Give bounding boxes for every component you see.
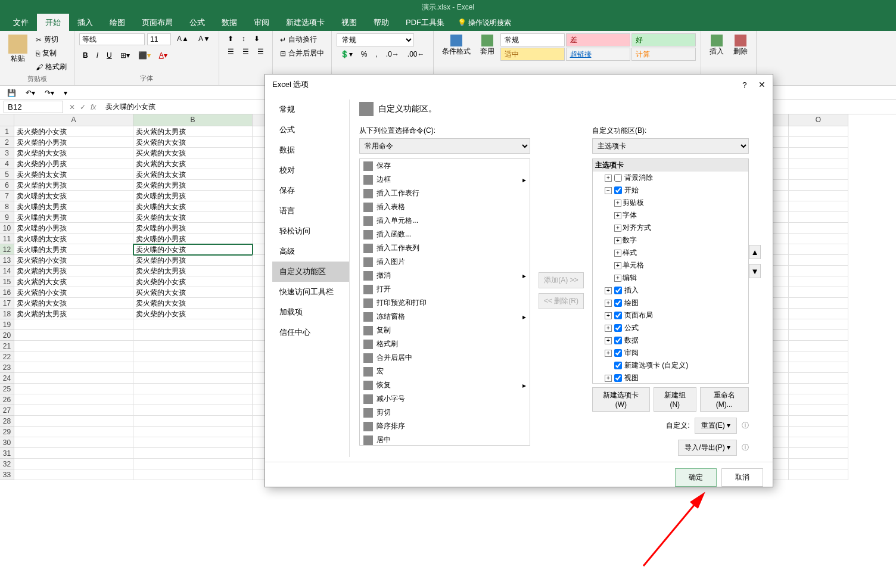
font-color-button[interactable]: A▾ bbox=[155, 50, 171, 61]
cut-button[interactable]: ✂剪切 bbox=[33, 33, 69, 46]
cell[interactable]: 卖火喋的太女孩 bbox=[14, 234, 133, 244]
tree-item[interactable]: +编辑 bbox=[593, 272, 748, 284]
row-header[interactable]: 15 bbox=[0, 276, 14, 287]
row-header[interactable]: 23 bbox=[0, 362, 14, 373]
cell[interactable] bbox=[789, 298, 848, 309]
tree-expand-icon[interactable]: + bbox=[605, 175, 612, 182]
row-header[interactable]: 5 bbox=[0, 169, 14, 180]
tree-item[interactable]: +绘图 bbox=[593, 297, 748, 309]
cell[interactable] bbox=[789, 384, 848, 394]
cell[interactable]: 卖火紫的大女孩 bbox=[133, 298, 253, 309]
row-header[interactable]: 26 bbox=[0, 394, 14, 405]
cell[interactable] bbox=[789, 148, 848, 158]
cell[interactable] bbox=[133, 341, 253, 351]
reset-button[interactable]: 重置(E) ▾ bbox=[695, 418, 737, 434]
tree-expand-icon[interactable]: + bbox=[605, 287, 612, 294]
ribbon-tab-11[interactable]: PDF工具集 bbox=[397, 14, 453, 32]
tree-item[interactable]: +背景消除 bbox=[593, 172, 748, 184]
cell[interactable] bbox=[789, 330, 848, 341]
copy-button[interactable]: ⎘复制 bbox=[33, 47, 69, 60]
tree-expand-icon[interactable]: + bbox=[614, 225, 621, 232]
cell[interactable] bbox=[133, 469, 253, 480]
command-item[interactable]: 插入工作表行 bbox=[360, 186, 530, 200]
column-header[interactable]: O bbox=[789, 114, 848, 126]
align-right-icon[interactable]: ☰ bbox=[254, 46, 267, 57]
conditional-format-button[interactable]: 条件格式 bbox=[438, 33, 474, 58]
dialog-nav-item[interactable]: 保存 bbox=[272, 181, 349, 201]
comma-icon[interactable]: , bbox=[372, 49, 381, 60]
dialog-close-button[interactable]: ✕ bbox=[758, 80, 766, 89]
info-icon-2[interactable]: ⓘ bbox=[742, 443, 749, 453]
tree-item[interactable]: 新建选项卡 (自定义) bbox=[593, 359, 748, 372]
command-item[interactable]: 格式刷 bbox=[360, 337, 530, 351]
tree-expand-icon[interactable]: + bbox=[605, 337, 612, 344]
cell[interactable] bbox=[133, 319, 253, 330]
cell[interactable] bbox=[789, 362, 848, 373]
command-item[interactable]: 插入表格 bbox=[360, 200, 530, 214]
ribbon-tab-6[interactable]: 数据 bbox=[213, 14, 245, 32]
cell[interactable] bbox=[789, 223, 848, 234]
cell[interactable] bbox=[789, 180, 848, 191]
border-button[interactable]: ⊞▾ bbox=[117, 50, 133, 61]
paste-button[interactable]: 粘贴 bbox=[5, 33, 31, 65]
tree-checkbox[interactable] bbox=[614, 337, 622, 344]
row-header[interactable]: 9 bbox=[0, 212, 14, 223]
cell[interactable]: 卖火紫的大男孩 bbox=[133, 180, 253, 191]
cell[interactable] bbox=[133, 416, 253, 427]
number-format-select[interactable]: 常规 bbox=[337, 33, 414, 46]
remove-button[interactable]: << 删除(R) bbox=[539, 293, 584, 309]
dialog-nav-item[interactable]: 常规 bbox=[272, 99, 349, 120]
cell[interactable] bbox=[789, 234, 848, 244]
cell[interactable]: 卖火柴的小女孩 bbox=[133, 276, 253, 287]
command-item[interactable]: 打开 bbox=[360, 282, 530, 296]
row-header[interactable]: 20 bbox=[0, 330, 14, 341]
cell[interactable]: 卖火紫的大女孩 bbox=[14, 276, 133, 287]
currency-icon[interactable]: 💲▾ bbox=[337, 49, 356, 60]
cell[interactable]: 卖火柴的小男孩 bbox=[14, 137, 133, 148]
column-header[interactable]: B bbox=[133, 114, 253, 126]
row-header[interactable]: 31 bbox=[0, 448, 14, 459]
customize-ribbon-select[interactable]: 主选项卡 bbox=[592, 138, 749, 154]
cell[interactable] bbox=[14, 362, 133, 373]
ribbon-tab-3[interactable]: 绘图 bbox=[101, 14, 133, 32]
ribbon-tab-10[interactable]: 帮助 bbox=[365, 14, 397, 32]
dialog-nav-item[interactable]: 加载项 bbox=[272, 302, 349, 322]
tree-checkbox[interactable] bbox=[614, 299, 622, 307]
ribbon-tab-2[interactable]: 插入 bbox=[69, 14, 101, 32]
cell[interactable]: 卖火喋的小男孩 bbox=[14, 223, 133, 234]
cell[interactable] bbox=[789, 276, 848, 287]
merge-button[interactable]: ⊟合并后居中 bbox=[278, 47, 326, 60]
cell[interactable] bbox=[14, 459, 133, 469]
align-middle-icon[interactable]: ↕ bbox=[238, 33, 249, 44]
ribbon-tab-4[interactable]: 页面布局 bbox=[133, 14, 181, 32]
tree-expand-icon[interactable]: + bbox=[614, 237, 621, 244]
italic-button[interactable]: I bbox=[93, 50, 102, 61]
ribbon-tab-0[interactable]: 文件 bbox=[5, 14, 37, 32]
tree-item[interactable]: +公式 bbox=[593, 322, 748, 334]
style-calc[interactable]: 计算 bbox=[631, 48, 696, 61]
tree-expand-icon[interactable]: − bbox=[605, 187, 612, 194]
cell[interactable] bbox=[14, 448, 133, 459]
ribbon-tab-8[interactable]: 新建选项卡 bbox=[278, 14, 333, 32]
cell[interactable] bbox=[133, 330, 253, 341]
row-header[interactable]: 28 bbox=[0, 416, 14, 427]
command-item[interactable]: 插入图片 bbox=[360, 255, 530, 269]
cell[interactable] bbox=[789, 169, 848, 180]
cell[interactable]: 卖火喋的小男孩 bbox=[133, 223, 253, 234]
tree-expand-icon[interactable]: + bbox=[605, 312, 612, 319]
cell[interactable] bbox=[789, 319, 848, 330]
command-item[interactable]: 剪切 bbox=[360, 406, 530, 419]
row-header[interactable]: 14 bbox=[0, 266, 14, 276]
cell[interactable]: 卖火柴的太男孩 bbox=[133, 266, 253, 276]
tree-checkbox[interactable] bbox=[614, 349, 622, 357]
cell[interactable] bbox=[133, 394, 253, 405]
cell[interactable] bbox=[133, 459, 253, 469]
cell[interactable] bbox=[789, 309, 848, 319]
row-header[interactable]: 12 bbox=[0, 244, 14, 255]
row-header[interactable]: 11 bbox=[0, 234, 14, 244]
tree-expand-icon[interactable]: + bbox=[605, 325, 612, 332]
bold-button[interactable]: B bbox=[79, 50, 92, 61]
font-size-select[interactable] bbox=[147, 33, 171, 45]
tree-expand-icon[interactable]: + bbox=[605, 300, 612, 307]
info-icon[interactable]: ⓘ bbox=[742, 421, 749, 431]
